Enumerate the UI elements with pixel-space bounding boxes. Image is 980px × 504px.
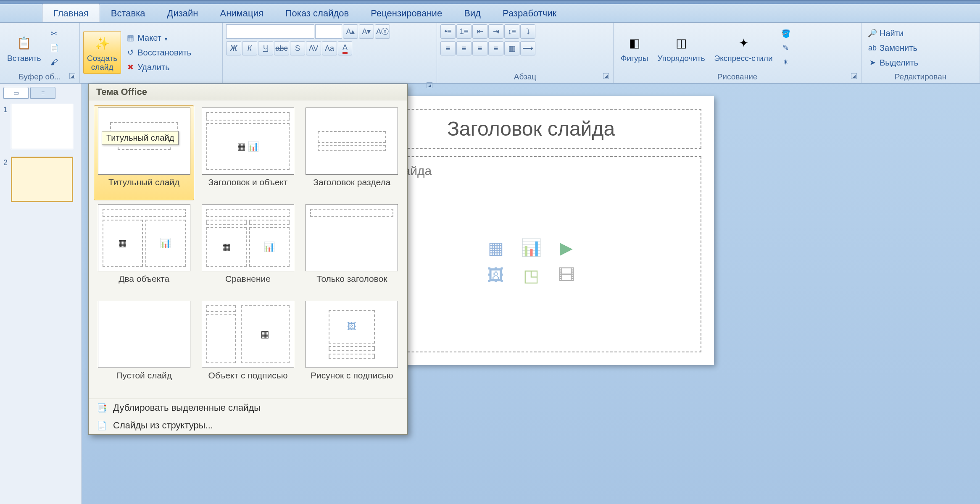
- strike-button[interactable]: abc: [274, 41, 289, 55]
- indent-inc-button[interactable]: ⇥: [488, 24, 503, 39]
- align-right-button[interactable]: ≡: [472, 41, 487, 55]
- font-size-input[interactable]: [315, 24, 342, 39]
- layout-section-header[interactable]: Заголовок раздела: [302, 105, 402, 200]
- thumb-slide-1[interactable]: 1: [3, 104, 78, 149]
- cut-button[interactable]: ✂: [47, 27, 62, 40]
- fill-icon: 🪣: [781, 29, 790, 38]
- clear-format-button[interactable]: Aⓧ: [375, 24, 390, 39]
- underline-button[interactable]: Ч: [258, 41, 273, 55]
- delete-button[interactable]: ✖Удалить: [123, 60, 194, 74]
- copy-icon: 📄: [50, 43, 59, 52]
- align-center-button[interactable]: ≡: [456, 41, 472, 55]
- change-case-button[interactable]: Aa: [322, 41, 337, 55]
- layout-picture-caption[interactable]: 🖼 Рисунок с подписью: [302, 299, 402, 394]
- shadow-button[interactable]: S: [290, 41, 305, 55]
- thumb-slide-2[interactable]: 2: [3, 157, 78, 202]
- group-editing: 🔎Найти abЗаменить ➤Выделить Редактирован: [861, 23, 980, 83]
- bold-button[interactable]: Ж: [226, 41, 241, 55]
- copy-button[interactable]: 📄: [47, 41, 62, 55]
- insert-chart-icon[interactable]: 📊: [516, 236, 546, 260]
- layout-title-only[interactable]: Только заголовок: [302, 202, 402, 297]
- delete-icon: ✖: [126, 63, 135, 72]
- thumbnails-tab-slides[interactable]: ▭: [3, 87, 29, 99]
- tab-slideshow[interactable]: Показ слайдов: [274, 4, 360, 22]
- slides-group-label: [83, 81, 219, 83]
- font-name-input[interactable]: [226, 24, 314, 39]
- outline-icon: ✎: [781, 43, 790, 52]
- align-left-button[interactable]: ≡: [440, 41, 456, 55]
- layout-label: Только заголовок: [316, 274, 387, 295]
- font-color-button[interactable]: A: [338, 41, 352, 55]
- tab-home[interactable]: Главная: [42, 3, 100, 22]
- thumb-preview: [11, 104, 73, 149]
- thumb-number: 1: [3, 104, 8, 114]
- line-spacing-button[interactable]: ↕≡: [504, 24, 519, 39]
- layout-title-content[interactable]: ▦📊 Заголовок и объект: [198, 105, 298, 200]
- shapes-button[interactable]: ◧Фигуры: [617, 31, 652, 65]
- group-paragraph: •≡ 1≡ ⇤ ⇥ ↕≡ ⤵ ≡ ≡ ≡ ≡ ▥ ⟶ Абзац◢: [437, 23, 614, 83]
- tab-design[interactable]: Дизайн: [156, 4, 209, 22]
- content-placeholder[interactable]: кст слайда ▦ 📊 ▶ 🖼 ◳ 🎞: [361, 156, 701, 352]
- layout-content-caption[interactable]: ▦ Объект с подписью: [198, 299, 298, 394]
- quick-styles-button[interactable]: ✦Экспресс-стили: [711, 31, 777, 65]
- layout-blank[interactable]: Пустой слайд: [94, 299, 194, 394]
- thumb-preview: [11, 157, 73, 202]
- layout-two-content[interactable]: ▦📊 Два объекта: [94, 202, 194, 297]
- shape-outline-button[interactable]: ✎: [778, 41, 793, 55]
- title-placeholder[interactable]: Заголовок слайда: [361, 109, 701, 149]
- insert-picture-icon[interactable]: 🖼: [481, 264, 511, 287]
- arrange-button[interactable]: ◫Упорядочить: [654, 31, 709, 65]
- group-drawing: ◧Фигуры ◫Упорядочить ✦Экспресс-стили 🪣 ✎…: [614, 23, 861, 83]
- layout-comparison[interactable]: ▦📊 Сравнение: [198, 202, 298, 297]
- layout-tooltip: Титульный слайд: [102, 131, 179, 145]
- find-button[interactable]: 🔎Найти: [865, 26, 921, 40]
- italic-button[interactable]: К: [242, 41, 257, 55]
- tab-animation[interactable]: Анимация: [209, 4, 274, 22]
- align-justify-button[interactable]: ≡: [488, 41, 503, 55]
- columns-button[interactable]: ▥: [504, 41, 519, 55]
- char-spacing-button[interactable]: AV: [306, 41, 321, 55]
- scissors-icon: ✂: [50, 29, 59, 38]
- insert-table-icon[interactable]: ▦: [481, 236, 511, 260]
- clipboard-launcher-icon[interactable]: ◢: [69, 73, 75, 79]
- slides-from-outline-item[interactable]: 📄Слайды из структуры...: [89, 417, 407, 434]
- format-painter-button[interactable]: 🖌: [47, 55, 62, 69]
- shape-fill-button[interactable]: 🪣: [778, 27, 793, 40]
- thumbnails-tab-outline[interactable]: ≡: [30, 87, 55, 99]
- smartart-button[interactable]: ⟶: [520, 41, 535, 55]
- shape-effects-button[interactable]: ✴: [778, 55, 793, 69]
- tab-developer[interactable]: Разработчик: [492, 4, 567, 22]
- drawing-launcher-icon[interactable]: ◢: [851, 73, 857, 79]
- clipboard-group-label: Буфер об...◢: [3, 71, 76, 83]
- slides-tab-icon: ▭: [13, 89, 19, 96]
- paste-button[interactable]: 📋 Вставить: [3, 31, 45, 65]
- group-slides: ✨ Создать слайд ▦Макет ↺Восстановить ✖Уд…: [80, 23, 223, 83]
- insert-smartart-icon[interactable]: ▶: [551, 236, 582, 260]
- new-slide-button[interactable]: ✨ Создать слайд: [83, 31, 121, 74]
- reset-button[interactable]: ↺Восстановить: [123, 46, 194, 60]
- duplicate-slides-item[interactable]: 📑Дублировать выделенные слайды: [89, 399, 407, 417]
- bullets-button[interactable]: •≡: [440, 24, 456, 39]
- layout-title-slide[interactable]: Титульный слайд Титульный слайд: [94, 105, 194, 200]
- replace-button[interactable]: abЗаменить: [865, 41, 921, 55]
- tab-review[interactable]: Рецензирование: [360, 4, 453, 22]
- shrink-font-button[interactable]: A▾: [359, 24, 374, 39]
- grow-font-button[interactable]: A▴: [343, 24, 358, 39]
- layout-label: Пустой слайд: [116, 370, 172, 391]
- paragraph-launcher-icon[interactable]: ◢: [603, 73, 609, 79]
- dropdown-theme-header: Тема Office: [89, 84, 407, 100]
- tab-insert[interactable]: Вставка: [100, 4, 156, 22]
- spacing-icon: AV: [309, 44, 319, 53]
- outline-icon: 📄: [96, 420, 107, 431]
- text-direction-button[interactable]: ⤵: [520, 24, 535, 39]
- insert-media-icon[interactable]: 🎞: [551, 264, 582, 287]
- layout-label: Два объекта: [119, 274, 169, 295]
- indent-dec-button[interactable]: ⇤: [472, 24, 487, 39]
- numbering-button[interactable]: 1≡: [456, 24, 472, 39]
- layout-label: Титульный слайд: [108, 177, 179, 198]
- reset-icon: ↺: [126, 48, 135, 57]
- insert-clipart-icon[interactable]: ◳: [516, 264, 546, 287]
- layout-button[interactable]: ▦Макет: [123, 31, 194, 45]
- tab-view[interactable]: Вид: [453, 4, 492, 22]
- select-button[interactable]: ➤Выделить: [865, 56, 921, 70]
